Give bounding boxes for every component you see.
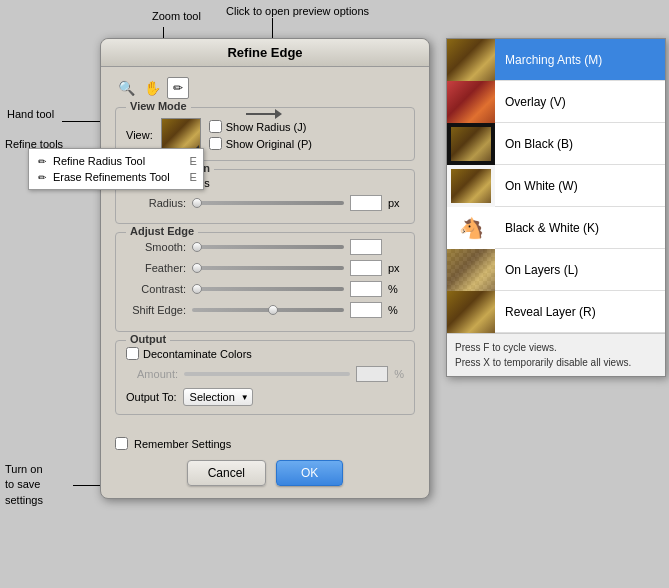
erase-refinements-label: Erase Refinements Tool [53, 171, 170, 183]
radius-value-input[interactable]: 0 [350, 195, 382, 211]
radius-thumb[interactable] [192, 198, 202, 208]
amount-percent: % [394, 368, 404, 380]
dialog-title: Refine Edge [101, 39, 429, 67]
amount-slider [184, 372, 350, 376]
shift-edge-label: Shift Edge: [126, 304, 186, 316]
remember-settings-row: Remember Settings [115, 437, 415, 450]
marching-ants-thumb [447, 39, 495, 81]
view-item-overlay[interactable]: Overlay (V) [447, 81, 665, 123]
shift-edge-row: Shift Edge: 0 % [126, 302, 404, 318]
decontaminate-label: Decontaminate Colors [143, 348, 252, 360]
hand-tool-button[interactable]: ✋ [141, 77, 163, 99]
contrast-value-input[interactable]: 0 [350, 281, 382, 297]
shift-edge-thumb[interactable] [268, 305, 278, 315]
feather-thumb[interactable] [192, 263, 202, 273]
refine-radius-icon: ✏ [35, 154, 49, 168]
refine-edge-dialog: Refine Edge 🔍 ✋ ✏ View Mode View: [100, 38, 430, 499]
view-item-reveal-layer[interactable]: Reveal Layer (R) [447, 291, 665, 333]
decontaminate-row: Decontaminate Colors [126, 347, 404, 360]
show-radius-label: Show Radius (J) [226, 121, 307, 133]
on-white-thumb-img [447, 165, 495, 207]
contrast-row: Contrast: 0 % [126, 281, 404, 297]
amount-value-input [356, 366, 388, 382]
output-label: Output [126, 333, 170, 345]
radius-slider[interactable] [192, 201, 344, 205]
feather-value-input[interactable]: 0 [350, 260, 382, 276]
reveal-layer-thumb-img [447, 291, 495, 333]
view-item-marching-ants[interactable]: Marching Ants (M) [447, 39, 665, 81]
hand-tool-line [62, 121, 102, 122]
on-white-label: On White (W) [495, 179, 665, 193]
popup-arrow [246, 113, 276, 115]
output-to-label: Output To: [126, 391, 177, 403]
click-preview-label: Click to open preview options [226, 5, 369, 17]
view-thumbnail-button[interactable] [161, 118, 201, 152]
view-label: View: [126, 129, 153, 141]
smooth-value-input[interactable]: 0 [350, 239, 382, 255]
reveal-layer-label: Reveal Layer (R) [495, 305, 665, 319]
marching-ants-label: Marching Ants (M) [495, 53, 665, 67]
view-item-on-layers[interactable]: On Layers (L) [447, 249, 665, 291]
view-popup: Marching Ants (M) Overlay (V) On Black (… [446, 38, 666, 377]
hand-tool-label: Hand tool [7, 108, 54, 120]
zoom-tool-button[interactable]: 🔍 [115, 77, 137, 99]
smooth-slider[interactable] [192, 245, 344, 249]
zoom-tool-annotation: Zoom tool [152, 10, 201, 22]
dialog-buttons: Cancel OK [115, 460, 415, 486]
adjust-edge-section: Adjust Edge Smooth: 0 Feather: 0 px Cont… [115, 232, 415, 332]
decontaminate-checkbox[interactable] [126, 347, 139, 360]
erase-refinements-tool-item[interactable]: ✏ Erase Refinements Tool E [35, 169, 197, 185]
on-layers-thumb [447, 249, 495, 291]
radius-row: Radius: 0 px [126, 195, 404, 211]
on-black-thumb-img [447, 123, 495, 165]
shift-edge-unit: % [388, 304, 404, 316]
refine-radius-tool-item[interactable]: ✏ Refine Radius Tool E [35, 153, 197, 169]
overlay-thumb [447, 81, 495, 123]
marching-ants-thumb-img [447, 39, 495, 81]
smooth-label: Smooth: [126, 241, 186, 253]
turn-on-annotation: Turn onto savesettings [5, 462, 43, 508]
contrast-unit: % [388, 283, 404, 295]
feather-slider[interactable] [192, 266, 344, 270]
remember-settings-label: Remember Settings [134, 438, 231, 450]
cancel-button[interactable]: Cancel [187, 460, 266, 486]
show-original-checkbox[interactable] [209, 137, 222, 150]
contrast-slider[interactable] [192, 287, 344, 291]
zoom-tool-label: Zoom tool [152, 10, 201, 22]
contrast-label: Contrast: [126, 283, 186, 295]
feather-label: Feather: [126, 262, 186, 274]
amount-row: Amount: % [126, 366, 404, 382]
contrast-thumb[interactable] [192, 284, 202, 294]
erase-refinements-icon: ✏ [35, 170, 49, 184]
view-footer-line1: Press F to cycle views. [455, 340, 657, 355]
view-checkboxes: Show Radius (J) Show Original (P) [209, 120, 312, 150]
view-footer-line2: Press X to temporarily disable all views… [455, 355, 657, 370]
view-mode-label: View Mode [126, 100, 191, 112]
output-to-select[interactable]: Selection [183, 388, 253, 406]
show-radius-checkbox[interactable] [209, 120, 222, 133]
view-item-on-black[interactable]: On Black (B) [447, 123, 665, 165]
click-preview-annotation: Click to open preview options [226, 5, 369, 17]
black-white-label: Black & White (K) [495, 221, 665, 235]
feather-unit: px [388, 262, 404, 274]
output-select-wrapper[interactable]: Selection [183, 388, 253, 406]
radius-unit: px [388, 197, 404, 209]
erase-refinements-shortcut: E [174, 171, 197, 183]
adjust-edge-label: Adjust Edge [126, 225, 198, 237]
view-item-black-white[interactable]: 🐴 Black & White (K) [447, 207, 665, 249]
output-to-row: Output To: Selection [126, 388, 404, 406]
smooth-row: Smooth: 0 [126, 239, 404, 255]
show-original-label: Show Original (P) [226, 138, 312, 150]
ok-button[interactable]: OK [276, 460, 343, 486]
remember-settings-checkbox[interactable] [115, 437, 128, 450]
radius-label: Radius: [126, 197, 186, 209]
shift-edge-slider[interactable] [192, 308, 344, 312]
tool-popup: ✏ Refine Radius Tool E ✏ Erase Refinemen… [28, 148, 204, 190]
on-black-label: On Black (B) [495, 137, 665, 151]
on-layers-label: On Layers (L) [495, 263, 665, 277]
refine-tool-button[interactable]: ✏ [167, 77, 189, 99]
view-item-on-white[interactable]: On White (W) [447, 165, 665, 207]
hand-tool-annotation: Hand tool [7, 108, 54, 120]
smooth-thumb[interactable] [192, 242, 202, 252]
shift-edge-value-input[interactable]: 0 [350, 302, 382, 318]
